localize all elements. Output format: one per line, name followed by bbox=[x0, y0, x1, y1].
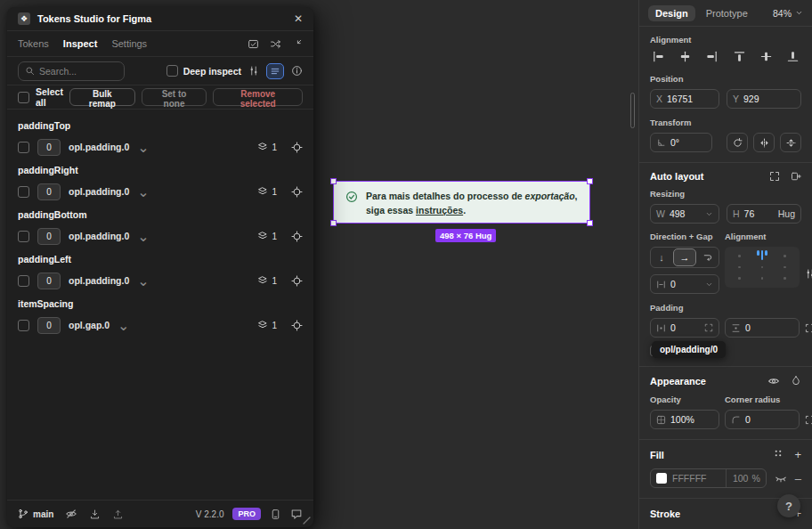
feedback-chat-icon[interactable] bbox=[290, 508, 303, 520]
blend-droplet-icon[interactable] bbox=[791, 375, 801, 387]
chevron-down-icon[interactable]: ⌄ bbox=[137, 139, 149, 156]
token-checkbox[interactable] bbox=[18, 320, 29, 331]
selection-handle-bl[interactable] bbox=[330, 220, 337, 226]
crosshair-icon[interactable] bbox=[291, 275, 303, 287]
corner-radius-input[interactable]: 0 bbox=[725, 410, 800, 429]
deep-inspect-checkbox[interactable] bbox=[166, 65, 178, 77]
tab-prototype[interactable]: Prototype bbox=[699, 5, 755, 21]
token-checkbox[interactable] bbox=[18, 142, 29, 153]
y-position-input[interactable]: Y929 bbox=[727, 89, 801, 109]
token-name[interactable]: opl.padding.0 bbox=[69, 186, 129, 197]
apply-to-document-icon[interactable] bbox=[248, 38, 259, 50]
token-checkbox[interactable] bbox=[18, 275, 29, 287]
align-bottom-icon[interactable] bbox=[786, 50, 800, 63]
fill-opacity-value[interactable]: 100 bbox=[733, 473, 749, 484]
chevron-down-icon[interactable]: ⌄ bbox=[118, 317, 129, 334]
search-input-wrap[interactable] bbox=[18, 61, 125, 81]
hug-mode-label[interactable]: Hug bbox=[778, 208, 795, 219]
help-button[interactable]: ? bbox=[777, 494, 800, 517]
crosshair-icon[interactable] bbox=[291, 320, 303, 331]
docs-icon[interactable] bbox=[270, 509, 281, 520]
x-position-input[interactable]: X16751 bbox=[650, 89, 719, 109]
bulk-remap-button[interactable]: Bulk remap bbox=[69, 88, 135, 106]
align-v-center-icon[interactable] bbox=[759, 50, 773, 63]
chevron-down-icon[interactable]: ⌄ bbox=[137, 183, 149, 200]
tab-design[interactable]: Design bbox=[648, 5, 695, 21]
individual-padding-icon[interactable] bbox=[805, 323, 812, 333]
styles-grid-icon[interactable] bbox=[773, 448, 784, 461]
token-row[interactable]: 0 opl.padding.0 ⌄ 1 bbox=[18, 271, 303, 290]
set-to-none-button[interactable]: Set to none bbox=[142, 88, 207, 106]
individual-corners-icon[interactable] bbox=[805, 415, 812, 425]
rotation-input[interactable]: 0° bbox=[650, 133, 712, 152]
selection-handle-tl[interactable] bbox=[330, 178, 337, 184]
vertical-padding-input[interactable]: 0 bbox=[725, 318, 800, 338]
independent-padding-icon[interactable] bbox=[704, 323, 713, 332]
fill-color-swatch[interactable] bbox=[656, 473, 667, 484]
remap-shuffle-icon[interactable] bbox=[270, 38, 281, 50]
canvas-scrollbar[interactable] bbox=[630, 93, 635, 128]
fill-hidden-eye-icon[interactable] bbox=[775, 472, 787, 484]
direction-right-button[interactable]: → bbox=[673, 248, 696, 266]
align-top-icon[interactable] bbox=[733, 50, 746, 63]
align-h-center-icon[interactable] bbox=[678, 50, 692, 63]
fill-color-input[interactable]: FFFFFF 100% bbox=[650, 468, 767, 488]
token-checkbox[interactable] bbox=[18, 186, 29, 198]
align-right-icon[interactable] bbox=[705, 50, 719, 63]
opacity-input[interactable]: 100% bbox=[650, 410, 719, 429]
token-row[interactable]: 0 opl.gap.0 ⌄ 1 bbox=[18, 315, 303, 335]
rotate-icon[interactable] bbox=[727, 133, 748, 152]
distribute-sliders-icon[interactable] bbox=[805, 268, 812, 280]
crosshair-icon[interactable] bbox=[291, 142, 303, 153]
alignment-grid-widget[interactable] bbox=[725, 247, 800, 288]
search-input[interactable] bbox=[39, 66, 110, 77]
direction-down-button[interactable]: ↓ bbox=[651, 248, 672, 267]
selection-handle-br[interactable] bbox=[587, 220, 593, 226]
close-icon[interactable]: ✕ bbox=[294, 12, 303, 25]
tab-settings[interactable]: Settings bbox=[111, 38, 147, 49]
width-input[interactable]: W498 bbox=[650, 204, 719, 224]
fill-hex-value[interactable]: FFFFFF bbox=[672, 473, 720, 484]
align-left-icon[interactable] bbox=[652, 50, 665, 63]
crosshair-icon[interactable] bbox=[291, 231, 303, 242]
token-row[interactable]: 0 opl.padding.0 ⌄ 1 bbox=[18, 137, 303, 157]
tab-tokens[interactable]: Tokens bbox=[18, 38, 49, 49]
flip-horizontal-icon[interactable] bbox=[753, 133, 775, 152]
token-row[interactable]: 0 opl.padding.0 ⌄ 1 bbox=[18, 226, 303, 246]
eye-off-icon[interactable] bbox=[65, 508, 77, 520]
horizontal-padding-input[interactable]: 0 bbox=[650, 318, 719, 338]
token-name[interactable]: opl.gap.0 bbox=[69, 320, 110, 330]
crosshair-icon[interactable] bbox=[291, 186, 303, 198]
selected-alert-component[interactable]: Para mais detalhes do processo de export… bbox=[333, 181, 590, 224]
direction-wrap-button[interactable] bbox=[697, 248, 719, 267]
zoom-level-dropdown[interactable]: 84% bbox=[773, 8, 803, 19]
remove-selected-button[interactable]: Remove selected bbox=[213, 88, 303, 106]
select-all-checkbox[interactable] bbox=[18, 92, 29, 103]
alert-link[interactable]: instruções bbox=[416, 205, 463, 216]
filter-sliders-icon[interactable] bbox=[248, 65, 259, 77]
chevron-down-icon[interactable] bbox=[705, 210, 713, 218]
tab-inspect[interactable]: Inspect bbox=[63, 38, 98, 49]
resize-handle[interactable] bbox=[303, 517, 311, 525]
chevron-down-icon[interactable]: ⌄ bbox=[137, 273, 149, 289]
pull-download-icon[interactable] bbox=[89, 509, 101, 520]
remove-fill-icon[interactable]: – bbox=[795, 472, 801, 485]
auto-layout-suggest-icon[interactable] bbox=[769, 171, 780, 182]
chevron-down-icon[interactable]: ⌄ bbox=[137, 228, 149, 245]
token-name[interactable]: opl.padding.0 bbox=[69, 142, 129, 152]
gap-input[interactable]: 0 bbox=[650, 274, 719, 294]
branch-selector[interactable]: main bbox=[18, 509, 53, 519]
list-view-icon[interactable] bbox=[266, 63, 284, 79]
selection-handle-tr[interactable] bbox=[587, 178, 593, 184]
token-row[interactable]: 0 opl.padding.0 ⌄ 1 bbox=[18, 182, 303, 201]
layout-settings-icon[interactable] bbox=[791, 171, 801, 182]
token-name[interactable]: opl.padding.0 bbox=[69, 275, 129, 286]
token-name[interactable]: opl.padding.0 bbox=[69, 231, 129, 241]
height-input[interactable]: H76Hug bbox=[727, 204, 801, 224]
collapse-window-icon[interactable] bbox=[292, 38, 303, 50]
flip-vertical-icon[interactable] bbox=[780, 133, 801, 152]
push-upload-icon[interactable] bbox=[112, 509, 124, 520]
eye-icon[interactable] bbox=[767, 375, 780, 387]
token-checkbox[interactable] bbox=[18, 231, 29, 242]
pro-badge[interactable]: PRO bbox=[232, 508, 261, 520]
